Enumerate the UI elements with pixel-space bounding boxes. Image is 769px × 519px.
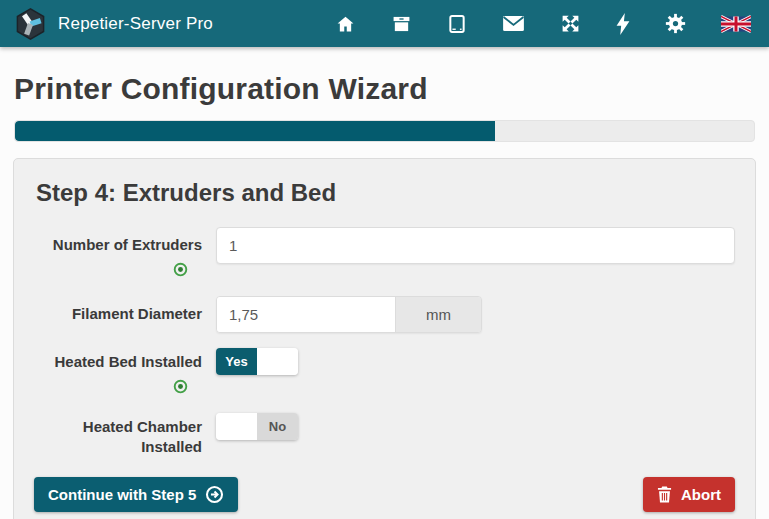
filament-label: Filament Diameter (34, 296, 202, 324)
filament-input[interactable] (217, 297, 395, 332)
toggle-state-label: No (257, 413, 298, 440)
info-dot-circle-icon[interactable] (173, 379, 188, 398)
info-dot-circle-icon[interactable] (173, 262, 188, 281)
step-title: Step 4: Extruders and Bed (36, 179, 735, 207)
page-title: Printer Configuration Wizard (14, 72, 755, 106)
form-row-heated-bed: Heated Bed Installed Yes (34, 348, 735, 398)
form-row-extruders: Number of Extruders (34, 227, 735, 281)
trash-icon (657, 486, 672, 503)
heated-chamber-toggle[interactable]: No (216, 413, 298, 440)
top-navbar: Repetier-Server Pro (0, 0, 769, 47)
repetier-logo-icon (14, 7, 47, 41)
continue-button-label: Continue with Step 5 (48, 486, 196, 503)
language-flag-en-icon[interactable] (721, 14, 751, 34)
wizard-progress-bar (14, 120, 755, 142)
brand-title: Repetier-Server Pro (58, 14, 213, 34)
brand[interactable]: Repetier-Server Pro (14, 7, 213, 41)
bolt-icon[interactable] (616, 13, 630, 35)
progress-fill (15, 121, 495, 141)
form-row-heated-chamber: Heated Chamber Installed No (34, 413, 735, 457)
wizard-step-card: Step 4: Extruders and Bed Number of Extr… (13, 158, 756, 519)
card-footer: Continue with Step 5 Abort (34, 477, 735, 512)
toggle-knob (257, 348, 298, 375)
heated-bed-toggle[interactable]: Yes (216, 348, 298, 375)
toggle-state-label: Yes (216, 348, 257, 375)
gear-icon[interactable] (665, 13, 686, 34)
heated-chamber-label: Heated Chamber Installed (34, 413, 202, 457)
home-icon[interactable] (335, 14, 356, 34)
toggle-knob (216, 413, 257, 440)
archive-box-icon[interactable] (391, 14, 412, 34)
filament-input-group: mm (216, 296, 482, 333)
tablet-icon[interactable] (447, 13, 467, 35)
form-row-filament: Filament Diameter mm (34, 296, 735, 333)
abort-button[interactable]: Abort (643, 477, 735, 512)
filament-unit-addon: mm (395, 297, 481, 332)
nav-icons (335, 13, 755, 35)
expand-arrows-icon[interactable] (560, 13, 581, 34)
mail-icon[interactable] (502, 15, 525, 32)
extruders-input[interactable] (216, 227, 735, 264)
extruders-label: Number of Extruders (34, 227, 202, 255)
arrow-circle-right-icon (205, 485, 224, 504)
continue-button[interactable]: Continue with Step 5 (34, 477, 238, 512)
heated-bed-label: Heated Bed Installed (34, 348, 202, 372)
abort-button-label: Abort (681, 486, 721, 503)
